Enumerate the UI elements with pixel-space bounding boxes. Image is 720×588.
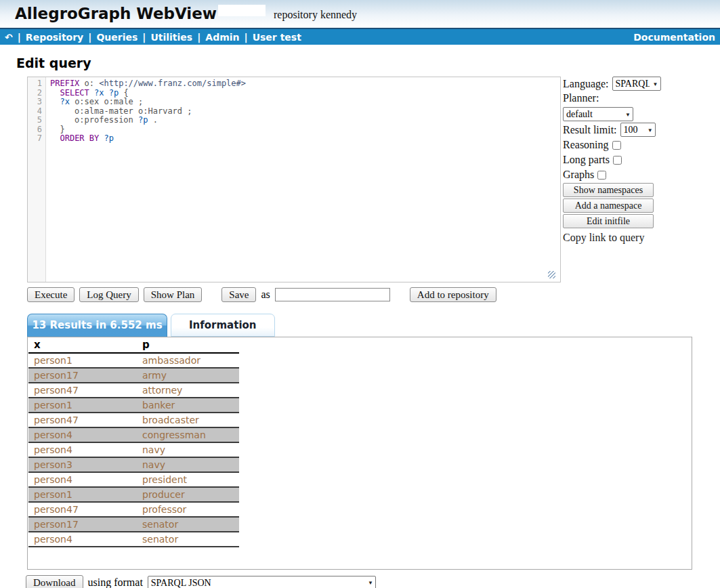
table-row: person1producer [28,487,239,502]
result-cell-x[interactable]: person1 [28,398,137,413]
editor-resize-grip[interactable] [548,271,555,278]
format-label: using format [88,576,143,588]
code-line: PREFIX o: <http://www.franz.com/simple#> [50,79,560,89]
line-number: 1 [28,79,42,89]
code-line: SELECT ?x ?p { [50,89,560,98]
code-line: o:alma-mater o:Harvard ; [50,107,560,117]
result-limit-select-wrap: 100 ▼ [620,123,656,137]
nav-item-admin[interactable]: Admin [205,32,239,43]
line-number: 4 [28,107,42,117]
code-line: ORDER BY ?p [50,134,560,144]
result-cell-p[interactable]: congressman [137,427,239,442]
graphs-label: Graphs [563,169,594,181]
long-parts-checkbox[interactable] [613,156,622,165]
line-number: 7 [28,134,42,144]
result-cell-x[interactable]: person4 [28,532,137,547]
query-code-area[interactable]: PREFIX o: <http://www.franz.com/simple#>… [46,77,560,282]
save-button[interactable]: Save [221,287,256,302]
table-row: person4navy [28,442,239,457]
nav-item-queries[interactable]: Queries [96,32,137,43]
reasoning-label: Reasoning [563,139,609,151]
nav-separator: | [18,32,21,43]
planner-select[interactable]: default [563,107,633,121]
add-namespace-button[interactable]: Add a namespace [563,198,654,213]
table-row: person47professor [28,502,239,517]
result-cell-p[interactable]: ambassador [137,353,239,368]
long-parts-label: Long parts [563,154,610,166]
nav-item-repository[interactable]: Repository [26,32,83,43]
result-cell-p[interactable]: navy [137,442,239,457]
page-header: AllegroGraph WebView repository kennedy [0,0,720,28]
nav-separator: | [88,32,91,43]
result-cell-p[interactable]: attorney [137,383,239,398]
result-cell-p[interactable]: senator [137,517,239,532]
result-cell-x[interactable]: person1 [28,487,137,502]
result-cell-x[interactable]: person47 [28,502,137,517]
language-select[interactable]: SPARQL [612,77,661,91]
download-button[interactable]: Download [26,575,83,588]
code-line: } [50,125,560,135]
result-cell-x[interactable]: person47 [28,383,137,398]
back-icon[interactable]: ↶ [5,32,13,43]
result-cell-p[interactable]: president [137,472,239,487]
table-row: person1banker [28,398,239,413]
result-cell-p[interactable]: banker [137,398,239,413]
app-title: AllegroGraph WebView [15,5,217,22]
line-number: 5 [28,116,42,125]
result-cell-x[interactable]: person3 [28,457,137,472]
result-limit-select[interactable]: 100 [620,123,656,137]
table-row: person17senator [28,517,239,532]
line-number: 6 [28,125,42,135]
page-title: Edit query [16,56,720,70]
language-select-wrap: SPARQL ▼ [612,77,661,91]
result-cell-p[interactable]: army [137,368,239,383]
graphs-checkbox[interactable] [597,171,606,180]
show-plan-button[interactable]: Show Plan [144,287,203,302]
show-namespaces-button[interactable]: Show namespaces [563,183,654,197]
edit-initfile-button[interactable]: Edit initfile [563,214,654,228]
result-cell-x[interactable]: person17 [28,517,137,532]
result-cell-p[interactable]: professor [137,502,239,517]
nav-documentation-link[interactable]: Documentation [633,32,715,43]
nav-separator: | [245,32,248,43]
table-row: person3navy [28,457,239,472]
nav-item-user-test[interactable]: User test [253,32,301,43]
result-cell-x[interactable]: person17 [28,368,137,383]
copy-link-to-query[interactable]: Copy link to query [563,232,644,244]
download-bar: Download using format SPARQL JSON ▼ [26,575,720,588]
execute-button[interactable]: Execute [27,287,75,302]
column-header-p: p [137,338,239,353]
result-cell-x[interactable]: person4 [28,442,137,457]
result-cell-x[interactable]: person4 [28,427,137,442]
results-panel: x p person1ambassador person17army perso… [27,337,692,570]
table-row: person4congressman [28,427,239,442]
code-line: o:profession ?p . [50,116,560,125]
result-cell-x[interactable]: person47 [28,413,137,427]
nav-left: ↶ | Repository | Queries | Utilities | A… [5,32,633,43]
tab-information[interactable]: Information [171,314,275,337]
tab-results[interactable]: 13 Results in 6.552 ms [27,314,167,337]
format-select[interactable]: SPARQL JSON [148,576,376,588]
nav-item-utilities[interactable]: Utilities [150,32,192,43]
result-cell-p[interactable]: navy [137,457,239,472]
result-cell-p[interactable]: producer [137,487,239,502]
table-row: person17army [28,368,239,383]
table-row: person4senator [28,532,239,547]
add-to-repository-button[interactable]: Add to repository [410,287,496,302]
result-cell-x[interactable]: person4 [28,472,137,487]
planner-select-wrap: default ▼ [563,107,633,121]
query-editor: 1 2 3 4 5 6 7 PREFIX o: <http://www.fran… [27,77,561,282]
save-name-input[interactable] [275,288,390,301]
header-blank-box [218,5,266,16]
results-tabs: 13 Results in 6.552 ms Information [27,314,720,337]
table-row: person1ambassador [28,353,239,368]
table-row: person4president [28,472,239,487]
line-number-gutter: 1 2 3 4 5 6 7 [28,77,46,282]
result-cell-p[interactable]: broadcaster [137,413,239,427]
result-cell-p[interactable]: senator [137,532,239,547]
result-cell-x[interactable]: person1 [28,353,137,368]
reasoning-checkbox[interactable] [612,141,621,150]
editor-row: 1 2 3 4 5 6 7 PREFIX o: <http://www.fran… [27,77,720,282]
table-row: person47broadcaster [28,413,239,427]
log-query-button[interactable]: Log Query [79,287,138,302]
